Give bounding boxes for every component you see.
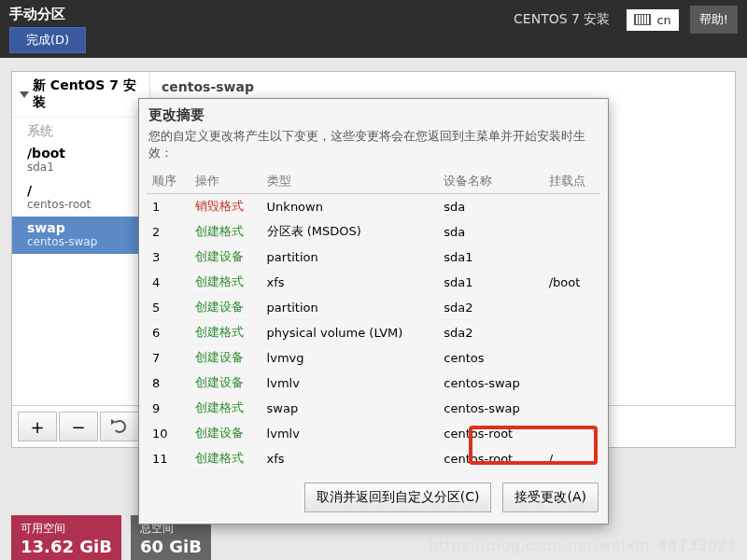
table-row[interactable]: 11创建格式xfscentos-root/ [147,446,600,471]
col-device[interactable]: 设备名称 [438,169,543,194]
watermark-text: https://blog.csdn.net/weixin_44733021 [429,537,738,554]
table-row[interactable]: 4创建格式xfssda1/boot [147,270,600,295]
table-row[interactable]: 7创建设备lvmvgcentos [147,345,600,371]
table-row[interactable]: 2创建格式分区表 (MSDOS)sda [147,219,600,245]
changes-table: 顺序 操作 类型 设备名称 挂载点 1销毁格式Unknownsda2创建格式分区… [147,169,600,471]
table-row[interactable]: 9创建格式swapcentos-swap [147,396,600,421]
table-row[interactable]: 6创建格式physical volume (LVM)sda2 [147,320,600,345]
accept-changes-button[interactable]: 接受更改(A) [502,483,599,512]
table-row[interactable]: 5创建设备partitionsda2 [147,295,600,320]
dialog-title: 更改摘要 [139,99,608,128]
change-summary-dialog: 更改摘要 您的自定义更改将产生以下变更，这些变更将会在您返回到主菜单并开始安装时… [138,98,609,525]
col-action[interactable]: 操作 [190,169,261,194]
table-row[interactable]: 3创建设备partitionsda1 [147,245,600,270]
cancel-changes-button[interactable]: 取消并返回到自定义分区(C) [304,483,492,512]
col-order[interactable]: 顺序 [147,169,190,194]
col-mount[interactable]: 挂载点 [543,169,600,194]
table-row[interactable]: 10创建设备lvmlvcentos-root [147,421,600,446]
col-type[interactable]: 类型 [261,169,439,194]
table-row[interactable]: 1销毁格式Unknownsda [147,194,600,219]
table-row[interactable]: 8创建设备lvmlvcentos-swap [147,371,600,396]
dialog-subtitle: 您的自定义更改将产生以下变更，这些变更将会在您返回到主菜单并开始安装时生效： [139,128,608,169]
